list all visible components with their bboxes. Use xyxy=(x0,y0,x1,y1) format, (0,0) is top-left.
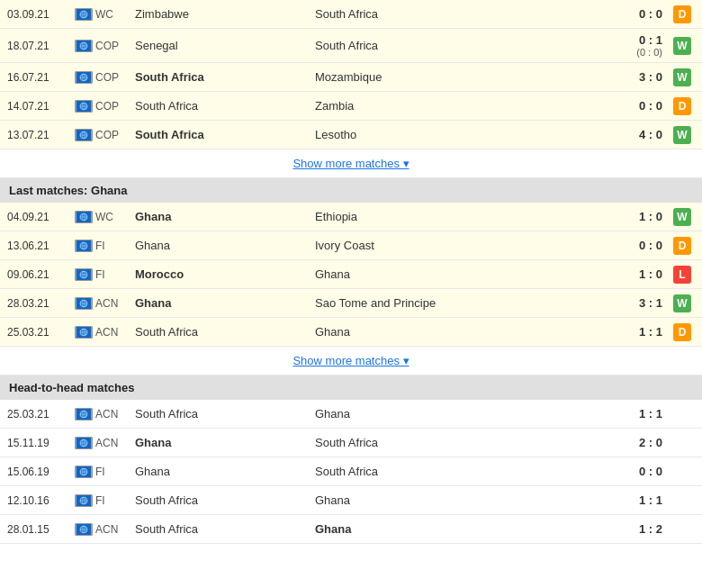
show-more-ghana-link[interactable]: Show more matches ▾ xyxy=(292,354,409,367)
match-row: 03.09.21 WC Zimbabwe South Africa 0 : 0 … xyxy=(0,0,702,29)
result-badge: L xyxy=(673,266,691,284)
match-row: 15.06.19 FI Ghana South Africa 0 : 0 xyxy=(0,457,702,486)
result-badge: W xyxy=(673,126,691,144)
result-badge: W xyxy=(673,294,691,312)
match-date: 13.06.21 xyxy=(7,240,72,252)
competition-flag xyxy=(72,40,95,52)
home-team: Ghana xyxy=(135,465,315,478)
competition-code: COP xyxy=(95,40,135,52)
show-more-sa-link[interactable]: Show more matches ▾ xyxy=(292,157,409,170)
match-row: 16.07.21 COP South Africa Mozambique 3 :… xyxy=(0,63,702,92)
match-date: 09.06.21 xyxy=(7,268,72,281)
match-score: 1 : 0 xyxy=(608,267,662,281)
result-col: D xyxy=(670,323,695,341)
home-team: Ghana xyxy=(135,436,315,449)
result-col: W xyxy=(670,37,695,55)
competition-code: ACN xyxy=(95,408,135,421)
competition-code: COP xyxy=(95,129,135,141)
match-date: 12.10.16 xyxy=(7,494,72,507)
show-more-ghana[interactable]: Show more matches ▾ xyxy=(0,347,702,375)
match-row: 14.07.21 COP South Africa Zambia 0 : 0 D xyxy=(0,92,702,121)
away-team: South Africa xyxy=(315,436,608,449)
home-team: South Africa xyxy=(135,128,315,141)
away-team: Ghana xyxy=(315,407,608,421)
competition-code: ACN xyxy=(95,326,135,339)
match-date: 25.03.21 xyxy=(7,408,72,421)
home-team: Ghana xyxy=(135,296,315,310)
h2h-section-header: Head-to-head matches xyxy=(0,375,702,400)
match-date: 28.01.15 xyxy=(7,523,72,536)
match-row: 18.07.21 COP Senegal South Africa 0 : 1 … xyxy=(0,29,702,63)
result-col: W xyxy=(670,126,695,144)
competition-flag xyxy=(72,494,95,507)
home-team: South Africa xyxy=(135,325,315,339)
match-date: 15.06.19 xyxy=(7,466,72,478)
away-team: Mozambique xyxy=(315,70,608,84)
match-score: 1 : 2 xyxy=(608,522,662,536)
result-col: L xyxy=(670,266,695,284)
result-col: D xyxy=(670,5,695,23)
match-row: 28.03.21 ACN Ghana Sao Tome and Principe… xyxy=(0,289,702,318)
match-row: 15.11.19 ACN Ghana South Africa 2 : 0 xyxy=(0,429,702,457)
home-team: Ghana xyxy=(135,239,315,252)
result-col: D xyxy=(670,97,695,115)
competition-flag xyxy=(72,437,95,449)
home-team: Ghana xyxy=(135,210,315,223)
match-date: 04.09.21 xyxy=(7,211,72,223)
result-badge: W xyxy=(673,37,691,55)
match-score: 2 : 0 xyxy=(608,436,662,449)
match-date: 14.07.21 xyxy=(7,100,72,113)
match-row: 28.01.15 ACN South Africa Ghana 1 : 2 xyxy=(0,515,702,544)
competition-code: FI xyxy=(95,494,135,507)
match-date: 25.03.21 xyxy=(7,326,72,339)
result-badge: D xyxy=(673,97,691,115)
competition-flag xyxy=(72,240,95,252)
competition-flag xyxy=(72,466,95,478)
match-date: 13.07.21 xyxy=(7,129,72,141)
competition-flag xyxy=(72,129,95,141)
match-score: 0 : 0 xyxy=(608,7,662,21)
result-badge: D xyxy=(673,5,691,23)
competition-flag xyxy=(72,71,95,84)
home-team: Zimbabwe xyxy=(135,7,315,21)
home-team: Senegal xyxy=(135,39,315,52)
match-row: 25.03.21 ACN South Africa Ghana 1 : 1 D xyxy=(0,318,702,347)
match-date: 18.07.21 xyxy=(7,40,72,52)
competition-flag xyxy=(72,268,95,281)
competition-flag xyxy=(72,523,95,536)
home-team: South Africa xyxy=(135,493,315,507)
match-score: 1 : 1 xyxy=(608,493,662,507)
match-row: 12.10.16 FI South Africa Ghana 1 : 1 xyxy=(0,486,702,515)
home-team: South Africa xyxy=(135,70,315,84)
away-team: South Africa xyxy=(315,7,608,21)
competition-flag xyxy=(72,297,95,310)
competition-code: WC xyxy=(95,211,135,223)
competition-flag xyxy=(72,100,95,113)
match-score: 0 : 0 xyxy=(608,239,662,252)
match-score: 0 : 1 (0 : 0) xyxy=(608,33,662,58)
match-row: 04.09.21 WC Ghana Ethiopia 1 : 0 W xyxy=(0,203,702,231)
match-score: 3 : 0 xyxy=(608,70,662,84)
result-badge: D xyxy=(673,237,691,255)
match-score: 3 : 1 xyxy=(608,296,662,310)
show-more-sa[interactable]: Show more matches ▾ xyxy=(0,149,702,178)
match-score: 0 : 0 xyxy=(608,99,662,113)
competition-code: ACN xyxy=(95,437,135,449)
match-row: 13.07.21 COP South Africa Lesotho 4 : 0 … xyxy=(0,121,702,149)
ghana-section-header: Last matches: Ghana xyxy=(0,178,702,203)
away-team: South Africa xyxy=(315,39,608,52)
away-team: Ghana xyxy=(315,267,608,281)
competition-code: ACN xyxy=(95,523,135,536)
match-score: 1 : 1 xyxy=(608,407,662,421)
result-col: W xyxy=(670,294,695,312)
match-score: 1 : 1 xyxy=(608,325,662,339)
home-team: South Africa xyxy=(135,407,315,421)
competition-code: FI xyxy=(95,466,135,478)
competition-flag xyxy=(72,326,95,339)
home-team: South Africa xyxy=(135,99,315,113)
competition-code: WC xyxy=(95,8,135,21)
competition-code: ACN xyxy=(95,297,135,310)
match-row: 09.06.21 FI Morocco Ghana 1 : 0 L xyxy=(0,260,702,289)
result-col: W xyxy=(670,68,695,86)
result-badge: W xyxy=(673,208,691,226)
